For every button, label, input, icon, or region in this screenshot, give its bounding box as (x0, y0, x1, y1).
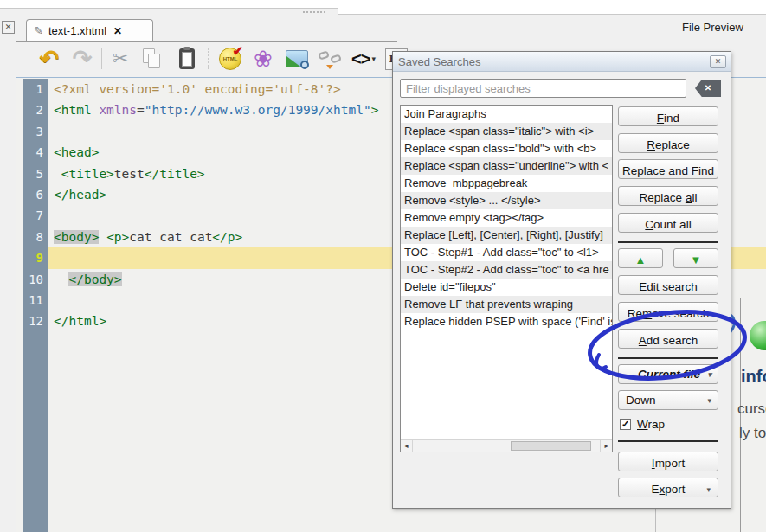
label-text: ove search (652, 307, 709, 320)
direction-select[interactable]: Down ▾ (618, 390, 718, 410)
line-number: 10 (23, 269, 48, 290)
saved-search-item[interactable]: Replace <span class="underline"> with < (401, 157, 612, 175)
saved-search-item[interactable]: Join Paragraphs (401, 106, 612, 123)
line-number: 2 (23, 99, 48, 120)
mnemonic-letter: C (645, 218, 653, 231)
dialog-titlebar[interactable]: Saved Searches ✕ (393, 52, 731, 72)
checkbox-check-icon[interactable]: ✓ (620, 419, 631, 430)
code-token: <?xml version='1.0' encoding='utf-8'?> (54, 82, 341, 96)
scrollbar-thumb[interactable] (511, 441, 591, 451)
copy-icon (143, 48, 162, 69)
code-brackets-icon: <> (351, 49, 370, 69)
saved-search-item[interactable]: Remove <style> ... </style> (401, 192, 612, 209)
mnemonic-letter: A (639, 334, 647, 347)
saved-search-item[interactable]: Remove LF that prevents wraping (401, 296, 612, 313)
horizontal-scrollbar[interactable]: ◂ ▸ (401, 439, 612, 452)
panel-close-button[interactable]: ✕ (2, 21, 15, 34)
code-token: <html (54, 103, 92, 117)
undo-button[interactable]: ↶ (35, 44, 64, 74)
line-number: 11 (23, 290, 48, 311)
button-separator (618, 357, 718, 359)
saved-search-item[interactable]: Delete id="filepos" (401, 279, 612, 296)
copy-button[interactable] (138, 44, 166, 74)
scroll-right-icon[interactable]: ▸ (600, 440, 612, 452)
dialog-title: Saved Searches (398, 55, 480, 68)
scroll-left-icon[interactable]: ◂ (401, 440, 413, 452)
html-check-icon: HTML✔ (219, 48, 241, 70)
paste-icon (179, 48, 195, 69)
saved-search-item[interactable]: Replace <span class="bold"> with <b> (401, 140, 612, 157)
code-token: <title> (61, 167, 114, 181)
code-token: </head> (54, 188, 106, 202)
label-text: ount all (653, 218, 692, 231)
scope-value: Current file (638, 368, 700, 381)
paste-button[interactable] (173, 44, 201, 74)
splitter-grip[interactable] (303, 11, 325, 14)
scope-select[interactable]: Current file ▾ (618, 364, 718, 384)
edit-search-button[interactable]: Edit search (618, 275, 718, 295)
button-separator (618, 440, 718, 442)
tab-text-1-xhtml[interactable]: ✎ text-1.xhtml ✕ (26, 19, 153, 42)
replace-and-find-button[interactable]: Replace and Find (618, 159, 718, 179)
saved-searches-list[interactable]: Join ParagraphsReplace <span class="ital… (400, 105, 613, 452)
tab-close-icon[interactable]: ✕ (113, 25, 122, 37)
find-button[interactable]: Find (618, 106, 718, 126)
remove-link-button[interactable] (315, 44, 344, 74)
saved-searches-dialog: Saved Searches ✕ ✕ Join ParagraphsReplac… (392, 51, 731, 509)
line-number: 12 (23, 311, 48, 331)
filter-input[interactable] (400, 79, 686, 98)
mnemonic-letter: W (637, 418, 648, 431)
flower-icon: ❀ (254, 46, 273, 73)
code-token: <body> (54, 230, 99, 244)
chevron-down-icon: ▾ (706, 485, 711, 494)
wrap-checkbox-row[interactable]: ✓ Wrap (620, 418, 665, 431)
line-number: 6 (23, 184, 48, 205)
redo-button[interactable]: ↷ (68, 44, 97, 74)
label-text: d Find (681, 164, 714, 177)
code-token: "http://www.w3.org/1999/xhtml" (145, 103, 371, 117)
cut-button[interactable]: ✂ (106, 44, 134, 74)
broken-link-icon (319, 48, 341, 69)
line-number: 8 (23, 227, 48, 247)
chevron-down-icon[interactable]: ▾ (371, 54, 376, 63)
saved-search-item[interactable]: Replace hidden PSEP with space ('Find' i… (401, 313, 612, 330)
saved-search-item[interactable]: Replace [Left], [Center], [Right], [Just… (401, 227, 612, 244)
saved-search-item[interactable]: TOC - Step#2 - Add class="toc" to <a hre (401, 261, 612, 279)
app-window: { "colors": { "annotation_blue": "#2a34c… (0, 0, 766, 532)
add-search-button[interactable]: Add search (618, 329, 718, 349)
cut-icon: ✂ (113, 48, 128, 70)
move-down-button[interactable]: ▼ (673, 248, 718, 268)
validate-html-button[interactable]: HTML✔ (216, 44, 244, 74)
export-button[interactable]: Export▾ (618, 478, 718, 497)
special-character-button[interactable]: ❀ (249, 44, 277, 74)
label-text: E (651, 483, 659, 496)
insert-image-button[interactable] (282, 44, 312, 74)
saved-search-item[interactable]: TOC - Step#1 - Add class="toc" to <l1> (401, 244, 612, 261)
import-button[interactable]: Import (618, 452, 718, 471)
move-up-button[interactable]: ▲ (618, 248, 663, 268)
dialog-close-icon[interactable]: ✕ (710, 55, 726, 68)
code-token: <p> (106, 230, 129, 244)
replace-button[interactable]: Replace (618, 133, 718, 153)
clear-filter-icon[interactable]: ✕ (695, 80, 721, 97)
code-view-button[interactable]: <> ▾ (346, 44, 381, 74)
tab-label: text-1.xhtml (48, 24, 106, 37)
code-token: xmlns (99, 103, 137, 117)
code-token: </p> (212, 230, 242, 244)
toolbar-separator (101, 48, 102, 69)
top-panel-edge-right (338, 0, 766, 15)
code-token (54, 272, 68, 286)
count-all-button[interactable]: Count all (618, 213, 718, 233)
remove-search-button[interactable]: Remove search (618, 302, 718, 322)
undo-icon: ↶ (40, 45, 60, 73)
label-text: Replace a (622, 164, 675, 177)
chevron-down-icon: ▾ (707, 396, 711, 405)
line-number: 9 (23, 247, 48, 268)
line-number: 3 (23, 121, 48, 142)
saved-search-item[interactable]: Replace <span class="italic"> with <i> (401, 123, 612, 140)
gutter[interactable]: 123456789101112 (23, 79, 48, 532)
saved-search-item[interactable]: Remove mbppagebreak (401, 175, 612, 192)
label-text: dd search (647, 334, 698, 347)
saved-search-item[interactable]: Remove empty <tag></tag> (401, 209, 612, 227)
replace-all-button[interactable]: Replace all (618, 186, 718, 206)
